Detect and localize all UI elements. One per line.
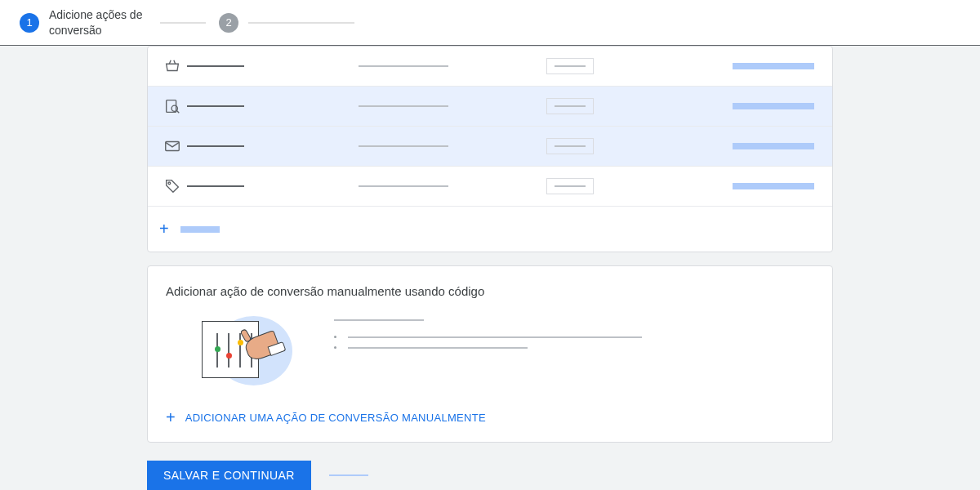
manual-card-title: Adicionar ação de conversão manualmente …	[166, 284, 814, 298]
plus-icon: +	[159, 220, 169, 238]
svg-rect-2	[166, 142, 180, 151]
row-action-placeholder[interactable]	[733, 183, 814, 189]
tag-icon	[158, 177, 187, 195]
svg-point-1	[172, 105, 177, 111]
row-action-placeholder[interactable]	[733, 143, 814, 149]
add-label-placeholder	[180, 226, 220, 233]
cancel-placeholder[interactable]	[329, 474, 368, 476]
row-desc-placeholder	[359, 185, 448, 187]
manual-conversion-card: Adicionar ação de conversão manualmente …	[147, 265, 833, 443]
manual-description	[334, 316, 814, 357]
row-input[interactable]	[546, 58, 594, 74]
add-manual-conversion-button[interactable]: + ADICIONAR UMA AÇÃO DE CONVERSÃO MANUAL…	[166, 408, 814, 427]
add-manual-label: ADICIONAR UMA AÇÃO DE CONVERSÃO MANUALME…	[185, 412, 486, 424]
conversion-actions-card: +	[147, 46, 833, 252]
plus-icon: +	[166, 408, 176, 427]
row-desc-placeholder	[359, 105, 448, 107]
row-name-placeholder	[187, 65, 244, 67]
row-desc-placeholder	[359, 145, 448, 147]
step-2[interactable]: 2	[219, 13, 238, 33]
row-input[interactable]	[546, 178, 594, 194]
row-desc-placeholder	[359, 65, 448, 67]
step-1-label: Adicione ações de conversão	[49, 7, 147, 37]
search-page-icon	[158, 97, 187, 115]
step-1-number: 1	[20, 13, 39, 33]
row-action-placeholder[interactable]	[733, 63, 814, 69]
step-2-number: 2	[219, 13, 238, 33]
step-2-trail	[248, 22, 354, 24]
row-action-placeholder[interactable]	[733, 103, 814, 109]
row-input[interactable]	[546, 138, 594, 154]
row-name-placeholder	[187, 185, 244, 187]
sliders-illustration	[198, 316, 288, 385]
content-area: + Adicionar ação de conversão manualment…	[0, 46, 980, 490]
table-row[interactable]	[148, 47, 832, 87]
table-row[interactable]	[148, 127, 832, 167]
add-action-button[interactable]: +	[148, 207, 832, 238]
footer-actions: SALVAR E CONTINUAR	[147, 461, 833, 490]
svg-point-3	[168, 182, 171, 185]
row-name-placeholder	[187, 105, 244, 107]
stepper-header: 1 Adicione ações de conversão 2	[0, 0, 980, 46]
envelope-icon	[158, 137, 187, 155]
table-row[interactable]	[148, 87, 832, 127]
table-row[interactable]	[148, 167, 832, 207]
save-continue-button[interactable]: SALVAR E CONTINUAR	[147, 461, 311, 490]
step-1[interactable]: 1 Adicione ações de conversão	[20, 7, 147, 37]
step-divider	[160, 22, 206, 24]
basket-icon	[158, 57, 187, 75]
svg-rect-0	[167, 100, 176, 113]
row-name-placeholder	[187, 145, 244, 147]
row-input[interactable]	[546, 98, 594, 114]
